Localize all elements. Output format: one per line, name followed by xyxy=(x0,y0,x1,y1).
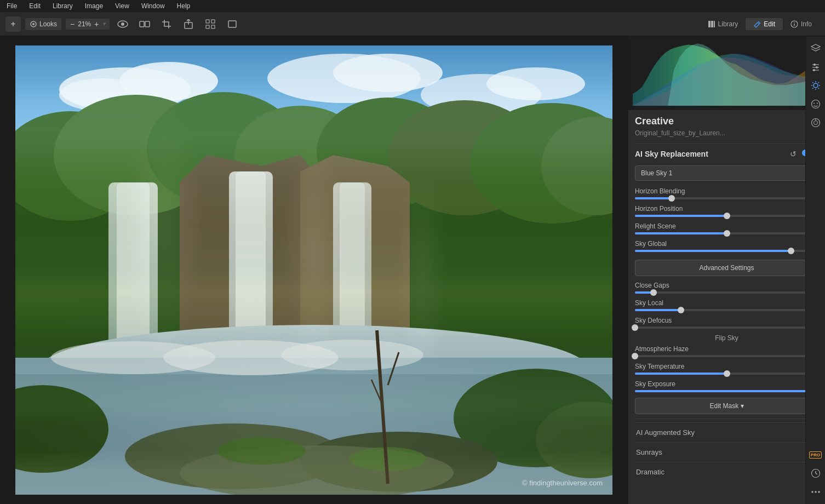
preview-button[interactable] xyxy=(114,15,131,33)
sliders-icon[interactable] xyxy=(808,59,823,75)
sky-selector-label: Blue Sky 1 xyxy=(641,169,672,177)
svg-line-73 xyxy=(812,82,813,83)
looks-icon xyxy=(30,20,37,28)
svg-point-27 xyxy=(486,67,585,100)
atmospheric-haze-thumb[interactable] xyxy=(632,353,638,359)
ai-augmented-sky-label: AI Augmented Sky xyxy=(636,428,695,437)
sky-temperature-thumb[interactable] xyxy=(724,370,730,377)
menu-library[interactable]: Library xyxy=(50,1,75,11)
flip-sky-row: Flip Sky xyxy=(635,334,818,342)
sky-temperature-fill xyxy=(635,373,727,375)
horizon-position-thumb[interactable] xyxy=(724,213,730,219)
svg-line-76 xyxy=(812,88,813,89)
menu-image[interactable]: Image xyxy=(83,1,105,11)
svg-point-81 xyxy=(813,121,817,125)
relight-scene-thumb[interactable] xyxy=(724,230,730,237)
sky-defocus-label: Sky Defocus xyxy=(635,317,672,324)
crop-icon xyxy=(162,20,171,28)
relight-scene-label-row: Relight Scene 0 xyxy=(635,222,818,230)
sky-temperature-track[interactable] xyxy=(635,373,818,375)
sunrays-item[interactable]: Sunrays › xyxy=(635,442,818,462)
menu-window[interactable]: Window xyxy=(139,1,167,11)
menu-view[interactable]: View xyxy=(113,1,131,11)
relight-scene-fill xyxy=(635,232,727,234)
relight-scene-track[interactable] xyxy=(635,232,818,234)
svg-rect-13 xyxy=(708,21,711,27)
svg-point-88 xyxy=(818,491,820,493)
sky-defocus-thumb[interactable] xyxy=(632,324,638,331)
sun-icon[interactable] xyxy=(808,78,823,93)
sky-replacement-title: AI Sky Replacement xyxy=(635,150,708,158)
compare-button[interactable] xyxy=(136,15,153,33)
close-gaps-label-row: Close Gaps 10 xyxy=(635,282,818,289)
face-icon[interactable] xyxy=(808,96,823,112)
horizon-position-fill xyxy=(635,215,727,217)
right-panel: Creative Original_full_size_by_Lauren...… xyxy=(628,36,825,504)
tab-library[interactable]: Library xyxy=(700,18,746,30)
canvas-image: © findingtheuniverse.com xyxy=(15,45,612,495)
svg-point-87 xyxy=(815,491,817,493)
histogram-svg xyxy=(633,41,821,106)
zoom-dropdown-icon[interactable]: ▾ xyxy=(103,20,106,27)
canvas-area[interactable]: © findingtheuniverse.com xyxy=(0,36,628,504)
svg-point-19 xyxy=(794,22,795,23)
zoom-minus-button[interactable]: − xyxy=(69,20,76,28)
horizon-blending-track[interactable] xyxy=(635,197,818,199)
dramatic-item[interactable]: Dramatic › xyxy=(635,462,818,482)
menu-help[interactable]: Help xyxy=(175,1,193,11)
tab-edit[interactable]: Edit xyxy=(746,18,783,30)
crop-button[interactable] xyxy=(158,15,175,33)
sky-local-label-row: Sky Local 25 xyxy=(635,299,818,307)
layers-icon[interactable] xyxy=(808,41,823,56)
close-gaps-track[interactable] xyxy=(635,291,818,294)
tab-info[interactable]: Info xyxy=(783,18,820,30)
sky-local-track[interactable] xyxy=(635,309,818,311)
zoom-plus-button[interactable]: + xyxy=(93,20,100,28)
horizon-position-label: Horizon Position xyxy=(635,205,683,213)
add-button[interactable]: + xyxy=(5,16,21,32)
sky-local-row: Sky Local 25 xyxy=(635,299,818,311)
sky-replacement-header: AI Sky Replacement ↺ xyxy=(635,147,818,160)
sky-local-thumb[interactable] xyxy=(678,307,684,313)
ai-augmented-sky-item[interactable]: AI Augmented Sky › xyxy=(635,422,818,442)
section-title: Creative xyxy=(635,116,818,127)
svg-point-68 xyxy=(813,83,818,88)
sky-global-thumb[interactable] xyxy=(788,248,794,254)
more-icon[interactable] xyxy=(808,484,823,500)
looks-button[interactable]: Looks xyxy=(25,18,61,30)
atmospheric-haze-track[interactable] xyxy=(635,355,818,357)
close-gaps-thumb[interactable] xyxy=(650,289,657,296)
sky-defocus-row: Sky Defocus 0 xyxy=(635,317,818,329)
svg-line-74 xyxy=(818,88,819,89)
vignette-icon[interactable] xyxy=(808,115,823,130)
horizon-blending-thumb[interactable] xyxy=(668,195,675,202)
close-gaps-row: Close Gaps 10 xyxy=(635,282,818,294)
pro-badge-text: PRO xyxy=(809,451,822,459)
pro-icon[interactable]: PRO xyxy=(808,447,823,462)
flip-sky-button[interactable]: Flip Sky xyxy=(715,334,738,342)
svg-rect-15 xyxy=(714,21,715,27)
undo-button[interactable]: ↺ xyxy=(789,148,798,159)
horizon-position-row: Horizon Position 0 xyxy=(635,205,818,217)
menu-file[interactable]: File xyxy=(4,1,19,11)
svg-point-63 xyxy=(813,64,816,66)
sky-selector[interactable]: Blue Sky 1 ▾ xyxy=(635,165,818,181)
sky-global-track[interactable] xyxy=(635,250,818,252)
single-button[interactable] xyxy=(224,15,241,33)
sky-defocus-track[interactable] xyxy=(635,327,818,329)
horizon-position-track[interactable] xyxy=(635,215,818,217)
sky-defocus-label-row: Sky Defocus 0 xyxy=(635,317,818,324)
edit-mask-button[interactable]: Edit Mask ▾ xyxy=(635,398,818,414)
menu-edit[interactable]: Edit xyxy=(27,1,43,11)
main-tabs: Library Edit Info xyxy=(700,18,820,30)
sky-exposure-track[interactable] xyxy=(635,390,818,392)
grid-button[interactable] xyxy=(202,15,219,33)
dramatic-label: Dramatic xyxy=(636,468,664,476)
svg-rect-11 xyxy=(211,25,215,28)
svg-point-1 xyxy=(32,23,35,25)
sky-temperature-row: Sky Temperature 0 xyxy=(635,363,818,375)
close-gaps-label: Close Gaps xyxy=(635,282,669,289)
advanced-settings-button[interactable]: Advanced Settings xyxy=(635,260,818,276)
clock-icon[interactable] xyxy=(808,466,823,481)
export-button[interactable] xyxy=(180,15,197,33)
